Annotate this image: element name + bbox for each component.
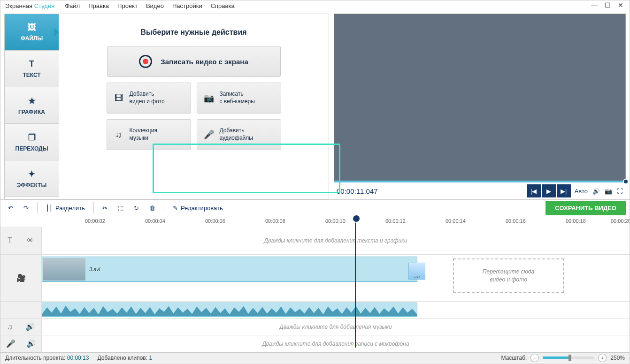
ruler-mark: 00:00:14 [446, 218, 466, 224]
edit-icon: ✎ [173, 205, 178, 212]
music-collection-button[interactable]: ♫ Коллекция музыки [107, 119, 191, 150]
delete-button[interactable]: 🗑 [146, 202, 159, 214]
menu-file[interactable]: Файл [65, 2, 80, 9]
content-title: Выберите нужные действия [77, 28, 310, 37]
ruler-mark: 00:00:18 [566, 218, 586, 224]
sidebar-tab-transitions[interactable]: ❐ ПЕРЕХОДЫ [5, 124, 59, 160]
ruler-mark: 00:00:10 [325, 218, 346, 224]
mic-track[interactable]: 🎤🔊 Дважды кликните для добавления записи… [0, 335, 630, 352]
sidebar-tab-label: ЭФФЕКТЫ [17, 182, 46, 189]
grid-btn-label: Коллекция музыки [130, 127, 157, 142]
layers-icon: ❐ [28, 132, 36, 143]
preview-panel: 00:00:11.047 |◀ ▶ ▶| Авто 🔊 📷 ⛶ [334, 14, 626, 199]
mic-icon: 🎤 [6, 339, 15, 348]
add-audio-button[interactable]: 🎤 Добавить аудиофайлы [197, 119, 281, 150]
menu-settings[interactable]: Настройки [172, 2, 202, 9]
sidebar-tab-files[interactable]: 🖼 ФАЙЛЫ [5, 14, 59, 51]
preview-video[interactable] [334, 14, 626, 181]
sidebar-tab-text[interactable]: T ТЕКСТ [5, 51, 59, 87]
close-button[interactable]: ✕ [616, 1, 625, 9]
text-track[interactable]: T👁 Дважды кликните для добавления текста… [0, 227, 630, 255]
film-icon: 🎞 [114, 93, 124, 103]
audio-waveform[interactable] [42, 303, 417, 317]
webcam-icon: 📷 [204, 93, 214, 103]
sidebar-tab-label: ПЕРЕХОДЫ [15, 145, 48, 152]
zoom-out-button[interactable]: − [530, 354, 539, 362]
sparkle-icon: ✦ [28, 169, 35, 179]
window-controls: — ☐ ✕ [590, 1, 625, 9]
progress-handle[interactable] [623, 179, 629, 184]
clips-label: Добавлено клипов: 1 [97, 355, 152, 361]
clip-thumbnail [43, 258, 85, 281]
music-track[interactable]: ♫🔊 Дважды кликните для добавления музыки [0, 318, 630, 335]
grid-btn-label: Добавить видео и фото [130, 91, 165, 105]
snapshot-icon[interactable]: 📷 [605, 188, 612, 195]
cut-button[interactable]: ✂ [99, 202, 111, 214]
crop-button[interactable]: ⬚ [114, 202, 127, 214]
drop-zone[interactable]: Перетащите сюда видео и фото [453, 258, 564, 293]
play-button[interactable]: ▶ [542, 184, 556, 197]
highlight-box [153, 144, 340, 193]
ruler-mark: 00:00:12 [385, 218, 406, 224]
duration-label: Длительность проекта: 00:00:13 [5, 355, 89, 361]
transition-thumb[interactable]: 2.0 [408, 263, 425, 280]
microphone-icon: 🎤 [204, 129, 214, 140]
video-track[interactable]: 🎥 3.avi 2.0 Перетащите сюда видео и фото [0, 255, 630, 302]
record-icon [139, 55, 152, 68]
record-screen-button[interactable]: Записать видео с экрана [107, 46, 281, 77]
zoom-in-button[interactable]: + [598, 354, 607, 362]
statusbar: Длительность проекта: 00:00:13 Добавлено… [0, 352, 630, 363]
volume-icon[interactable]: 🔊 [26, 339, 36, 348]
progress-bar[interactable] [334, 181, 626, 182]
ruler-mark: 00:00:16 [506, 218, 526, 224]
menu-video[interactable]: Видео [146, 2, 164, 9]
left-panel: 🖼 ФАЙЛЫ T ТЕКСТ ★ ГРАФИКА ❐ ПЕРЕХОДЫ ✦ Э… [4, 14, 329, 199]
ruler-mark: 00:00:08 [265, 218, 285, 224]
split-button[interactable]: ⎮⎮Разделить [42, 202, 89, 214]
volume-icon[interactable]: 🔊 [592, 188, 600, 195]
text-track-hint: Дважды кликните для добавления текста и … [264, 237, 407, 244]
music-track-hint: Дважды кликните для добавления музыки [279, 324, 392, 330]
zoom-value: 250% [610, 355, 625, 361]
grid-btn-label: Добавить аудиофайлы [220, 127, 253, 142]
mic-track-hint: Дважды кликните для добавления записи с … [262, 341, 409, 347]
next-frame-button[interactable]: ▶| [557, 184, 571, 197]
maximize-button[interactable]: ☐ [603, 1, 612, 9]
redo-button[interactable]: ↷ [20, 202, 32, 214]
fullscreen-icon[interactable]: ⛶ [617, 188, 623, 195]
auto-label[interactable]: Авто [575, 188, 588, 195]
clip-name: 3.avi [89, 266, 100, 272]
timecode: 00:00:11.047 [337, 187, 523, 195]
menu-items: Файл Правка Проект Видео Настройки Справ… [65, 2, 234, 9]
add-video-photo-button[interactable]: 🎞 Добавить видео и фото [107, 83, 191, 114]
video-clip[interactable]: 3.avi 2.0 [42, 257, 417, 282]
sidebar-tab-label: ФАЙЛЫ [21, 35, 43, 42]
menu-help[interactable]: Справка [211, 2, 235, 9]
rotate-button[interactable]: ↻ [130, 202, 143, 214]
music-icon: ♫ [7, 323, 13, 331]
ruler-mark: 00:00:20 [611, 218, 630, 224]
playhead[interactable] [355, 216, 356, 348]
prev-frame-button[interactable]: |◀ [527, 184, 541, 197]
menu-project[interactable]: Проект [117, 2, 138, 9]
menubar: Экранная Студия Файл Правка Проект Видео… [0, 0, 630, 11]
volume-icon[interactable]: 🔊 [25, 322, 35, 331]
sidebar-tab-label: ГРАФИКА [18, 109, 45, 115]
minimize-button[interactable]: — [590, 1, 599, 9]
camera-icon: 🎥 [16, 273, 26, 282]
content-area: Выберите нужные действия Записать видео … [59, 14, 329, 199]
eye-icon[interactable]: 👁 [27, 236, 34, 245]
edit-button[interactable]: ✎Редактировать [169, 202, 227, 214]
music-list-icon: ♫ [114, 130, 124, 140]
audio-track[interactable] [0, 302, 630, 318]
grid-btn-label: Записать с веб-камеры [220, 91, 255, 105]
ruler-mark: 00:00:06 [205, 218, 225, 224]
save-video-button[interactable]: СОХРАНИТЬ ВИДЕО [545, 201, 626, 215]
menu-edit[interactable]: Правка [88, 2, 109, 9]
record-webcam-button[interactable]: 📷 Записать с веб-камеры [197, 83, 281, 114]
undo-button[interactable]: ↶ [4, 202, 17, 214]
sidebar-tab-effects[interactable]: ✦ ЭФФЕКТЫ [5, 160, 59, 197]
zoom-slider[interactable] [543, 356, 594, 359]
sidebar-tab-graphics[interactable]: ★ ГРАФИКА [5, 87, 59, 124]
time-ruler[interactable]: 00:00:02 00:00:04 00:00:06 00:00:08 00:0… [0, 216, 630, 227]
